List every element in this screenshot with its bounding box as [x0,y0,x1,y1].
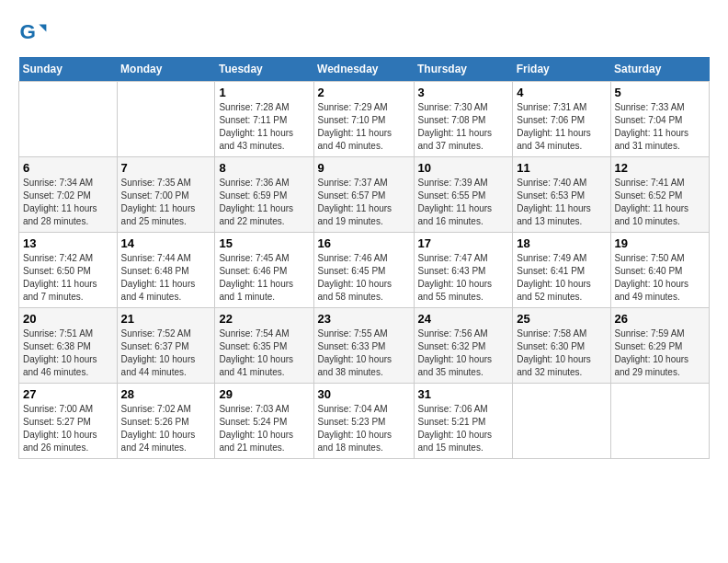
calendar-cell [19,82,118,157]
calendar-cell: 13Sunrise: 7:42 AM Sunset: 6:50 PM Dayli… [19,233,118,308]
day-info: Sunrise: 7:55 AM Sunset: 6:33 PM Dayligh… [318,327,410,379]
week-row-1: 1Sunrise: 7:28 AM Sunset: 7:11 PM Daylig… [19,82,710,157]
svg-marker-1 [39,24,46,31]
calendar-cell: 29Sunrise: 7:03 AM Sunset: 5:24 PM Dayli… [215,384,313,459]
day-number: 20 [23,312,113,326]
day-number: 7 [121,161,211,175]
week-row-2: 6Sunrise: 7:34 AM Sunset: 7:02 PM Daylig… [19,157,710,233]
calendar-header: SundayMondayTuesdayWednesdayThursdayFrid… [19,57,710,82]
day-number: 12 [615,161,706,175]
day-number: 26 [615,312,706,326]
day-number: 2 [318,86,410,99]
day-number: 10 [418,161,509,175]
calendar-cell: 19Sunrise: 7:50 AM Sunset: 6:40 PM Dayli… [610,233,710,308]
calendar-cell: 14Sunrise: 7:44 AM Sunset: 6:48 PM Dayli… [117,233,215,308]
day-info: Sunrise: 7:47 AM Sunset: 6:43 PM Dayligh… [418,252,509,304]
header-friday: Friday [513,57,610,82]
calendar-cell: 28Sunrise: 7:02 AM Sunset: 5:26 PM Dayli… [117,384,215,459]
day-info: Sunrise: 7:06 AM Sunset: 5:21 PM Dayligh… [418,403,509,454]
day-info: Sunrise: 7:36 AM Sunset: 6:59 PM Dayligh… [219,177,309,228]
calendar-cell: 26Sunrise: 7:59 AM Sunset: 6:29 PM Dayli… [610,308,710,384]
calendar-cell: 21Sunrise: 7:52 AM Sunset: 6:37 PM Dayli… [117,308,215,384]
calendar-cell: 17Sunrise: 7:47 AM Sunset: 6:43 PM Dayli… [414,233,513,308]
header-tuesday: Tuesday [215,57,313,82]
day-info: Sunrise: 7:03 AM Sunset: 5:24 PM Dayligh… [219,403,309,454]
page-header: G [18,18,710,48]
calendar-cell [513,384,610,459]
day-number: 3 [418,86,509,99]
day-info: Sunrise: 7:35 AM Sunset: 7:00 PM Dayligh… [121,177,211,228]
day-info: Sunrise: 7:28 AM Sunset: 7:11 PM Dayligh… [219,101,309,153]
calendar-cell: 1Sunrise: 7:28 AM Sunset: 7:11 PM Daylig… [215,82,313,157]
calendar-cell: 2Sunrise: 7:29 AM Sunset: 7:10 PM Daylig… [313,82,414,157]
week-row-4: 20Sunrise: 7:51 AM Sunset: 6:38 PM Dayli… [19,308,710,384]
calendar-cell: 27Sunrise: 7:00 AM Sunset: 5:27 PM Dayli… [19,384,118,459]
calendar-cell [117,82,215,157]
day-number: 4 [517,86,606,99]
day-number: 9 [318,161,410,175]
day-number: 8 [219,161,309,175]
day-info: Sunrise: 7:33 AM Sunset: 7:04 PM Dayligh… [615,101,706,153]
day-number: 17 [418,236,509,250]
calendar-cell: 25Sunrise: 7:58 AM Sunset: 6:30 PM Dayli… [513,308,610,384]
calendar-cell: 16Sunrise: 7:46 AM Sunset: 6:45 PM Dayli… [313,233,414,308]
calendar-body: 1Sunrise: 7:28 AM Sunset: 7:11 PM Daylig… [19,82,710,459]
header-thursday: Thursday [414,57,513,82]
day-info: Sunrise: 7:37 AM Sunset: 6:57 PM Dayligh… [318,177,410,228]
calendar-cell: 7Sunrise: 7:35 AM Sunset: 7:00 PM Daylig… [117,157,215,233]
week-row-3: 13Sunrise: 7:42 AM Sunset: 6:50 PM Dayli… [19,233,710,308]
day-info: Sunrise: 7:58 AM Sunset: 6:30 PM Dayligh… [517,327,606,379]
calendar-cell: 18Sunrise: 7:49 AM Sunset: 6:41 PM Dayli… [513,233,610,308]
day-number: 5 [615,86,706,99]
day-number: 13 [23,236,113,250]
header-saturday: Saturday [610,57,710,82]
day-info: Sunrise: 7:44 AM Sunset: 6:48 PM Dayligh… [121,252,211,304]
calendar-cell: 31Sunrise: 7:06 AM Sunset: 5:21 PM Dayli… [414,384,513,459]
calendar-cell: 24Sunrise: 7:56 AM Sunset: 6:32 PM Dayli… [414,308,513,384]
day-info: Sunrise: 7:56 AM Sunset: 6:32 PM Dayligh… [418,327,509,379]
day-info: Sunrise: 7:02 AM Sunset: 5:26 PM Dayligh… [121,403,211,454]
logo: G [18,18,51,48]
calendar-cell: 10Sunrise: 7:39 AM Sunset: 6:55 PM Dayli… [414,157,513,233]
svg-text:G: G [20,20,36,43]
day-number: 29 [219,387,309,401]
header-wednesday: Wednesday [313,57,414,82]
day-number: 25 [517,312,606,326]
day-number: 14 [121,236,211,250]
calendar-cell: 11Sunrise: 7:40 AM Sunset: 6:53 PM Dayli… [513,157,610,233]
day-info: Sunrise: 7:46 AM Sunset: 6:45 PM Dayligh… [318,252,410,304]
day-number: 19 [615,236,706,250]
calendar-table: SundayMondayTuesdayWednesdayThursdayFrid… [18,57,710,459]
day-info: Sunrise: 7:31 AM Sunset: 7:06 PM Dayligh… [517,101,606,153]
day-info: Sunrise: 7:52 AM Sunset: 6:37 PM Dayligh… [121,327,211,379]
day-number: 31 [418,387,509,401]
calendar-cell: 22Sunrise: 7:54 AM Sunset: 6:35 PM Dayli… [215,308,313,384]
calendar-cell: 12Sunrise: 7:41 AM Sunset: 6:52 PM Dayli… [610,157,710,233]
day-info: Sunrise: 7:04 AM Sunset: 5:23 PM Dayligh… [318,403,410,454]
day-number: 1 [219,86,309,99]
header-row: SundayMondayTuesdayWednesdayThursdayFrid… [19,57,710,82]
day-info: Sunrise: 7:29 AM Sunset: 7:10 PM Dayligh… [318,101,410,153]
day-info: Sunrise: 7:30 AM Sunset: 7:08 PM Dayligh… [418,101,509,153]
header-monday: Monday [117,57,215,82]
day-info: Sunrise: 7:50 AM Sunset: 6:40 PM Dayligh… [615,252,706,304]
header-sunday: Sunday [19,57,118,82]
calendar-cell: 30Sunrise: 7:04 AM Sunset: 5:23 PM Dayli… [313,384,414,459]
day-info: Sunrise: 7:41 AM Sunset: 6:52 PM Dayligh… [615,177,706,228]
calendar-cell: 4Sunrise: 7:31 AM Sunset: 7:06 PM Daylig… [513,82,610,157]
day-info: Sunrise: 7:34 AM Sunset: 7:02 PM Dayligh… [23,177,113,228]
day-info: Sunrise: 7:54 AM Sunset: 6:35 PM Dayligh… [219,327,309,379]
day-number: 27 [23,387,113,401]
calendar-cell: 3Sunrise: 7:30 AM Sunset: 7:08 PM Daylig… [414,82,513,157]
day-info: Sunrise: 7:42 AM Sunset: 6:50 PM Dayligh… [23,252,113,304]
calendar-cell: 5Sunrise: 7:33 AM Sunset: 7:04 PM Daylig… [610,82,710,157]
day-info: Sunrise: 7:49 AM Sunset: 6:41 PM Dayligh… [517,252,606,304]
day-number: 22 [219,312,309,326]
calendar-cell: 9Sunrise: 7:37 AM Sunset: 6:57 PM Daylig… [313,157,414,233]
calendar-cell: 23Sunrise: 7:55 AM Sunset: 6:33 PM Dayli… [313,308,414,384]
day-number: 15 [219,236,309,250]
day-number: 23 [318,312,410,326]
logo-icon: G [18,18,48,48]
day-number: 24 [418,312,509,326]
day-info: Sunrise: 7:51 AM Sunset: 6:38 PM Dayligh… [23,327,113,379]
